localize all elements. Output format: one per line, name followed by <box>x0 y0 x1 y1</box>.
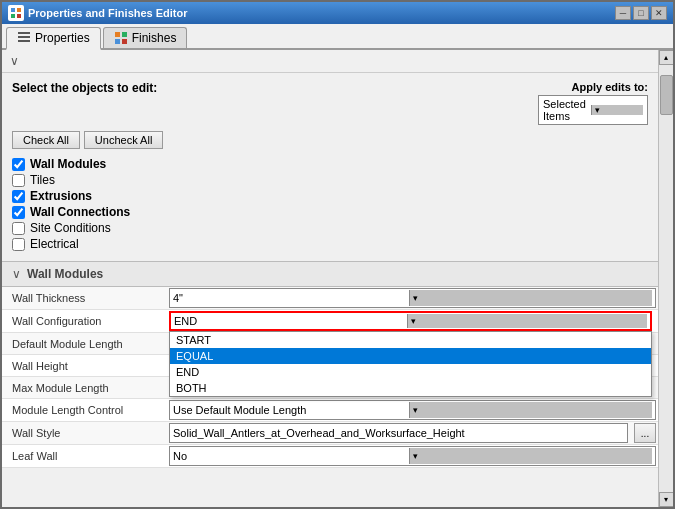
apply-edits-value: Selected Items <box>543 98 589 122</box>
svg-rect-4 <box>18 32 30 34</box>
prop-row-wall_style: Wall StyleSolid_Wall_Antlers_at_Overhead… <box>2 422 658 445</box>
properties-icon <box>17 31 31 45</box>
prop-row-wall_configuration: Wall ConfigurationEND▾STARTEQUALENDBOTH <box>2 310 658 333</box>
prop-value-cell-wall_configuration: END▾STARTEQUALENDBOTH <box>167 310 658 332</box>
svg-rect-10 <box>122 39 127 44</box>
wall-modules-collapse-icon: ∨ <box>12 267 21 281</box>
prop-dropdown-arrow-wall_thickness: ▾ <box>409 290 652 306</box>
maximize-button[interactable]: □ <box>633 6 649 20</box>
title-bar: Properties and Finishes Editor ─ □ ✕ <box>2 2 673 24</box>
prop-dropdown-leaf_wall[interactable]: No▾ <box>169 446 656 466</box>
check-all-button[interactable]: Check All <box>12 131 80 149</box>
prop-value-cell-module_length_control: Use Default Module Length▾ <box>167 399 658 421</box>
properties-grid: Wall Thickness4"▾Wall ConfigurationEND▾S… <box>2 287 658 468</box>
prop-label-wall_configuration: Wall Configuration <box>2 313 167 329</box>
prop-row-wall_thickness: Wall Thickness4"▾ <box>2 287 658 310</box>
checkbox-tiles[interactable] <box>12 174 25 187</box>
prop-value-cell-leaf_wall: No▾ <box>167 445 658 467</box>
checkbox-label-wall_connections: Wall Connections <box>30 205 130 219</box>
checkbox-item-extrusions: Extrusions <box>12 189 648 203</box>
checkbox-wall_connections[interactable] <box>12 206 25 219</box>
scrollbar-thumb[interactable] <box>660 75 673 115</box>
apply-edits-label: Apply edits to: <box>572 81 648 93</box>
prop-dropdown-wall_thickness[interactable]: 4"▾ <box>169 288 656 308</box>
prop-dropdown-value-wall_thickness: 4" <box>173 292 409 304</box>
svg-rect-9 <box>115 39 120 44</box>
select-objects-label: Select the objects to edit: <box>12 81 157 95</box>
checkbox-item-site_conditions: Site Conditions <box>12 221 648 235</box>
prop-label-wall_height: Wall Height <box>2 358 167 374</box>
wall-modules-section-header[interactable]: ∨ Wall Modules <box>2 262 658 287</box>
finishes-tab-label: Finishes <box>132 31 177 45</box>
svg-rect-2 <box>11 14 15 18</box>
dropdown-option-both[interactable]: BOTH <box>170 380 651 396</box>
minimize-button[interactable]: ─ <box>615 6 631 20</box>
dropdown-list-wall_configuration: STARTEQUALENDBOTH <box>169 331 652 397</box>
prop-dropdown-wall_configuration[interactable]: END▾ <box>169 311 652 331</box>
checkbox-wall_modules[interactable] <box>12 158 25 171</box>
prop-dropdown-value-wall_style: Solid_Wall_Antlers_at_Overhead_and_Works… <box>173 427 624 439</box>
apply-edits-group: Apply edits to: Selected Items ▾ <box>538 81 648 125</box>
apply-edits-dropdown[interactable]: Selected Items ▾ <box>538 95 648 125</box>
tab-properties[interactable]: Properties <box>6 27 101 50</box>
title-bar-left: Properties and Finishes Editor <box>8 5 188 21</box>
select-objects-section: Select the objects to edit: Apply edits … <box>2 73 658 262</box>
tab-finishes[interactable]: Finishes <box>103 27 188 48</box>
prop-dropdown-arrow-wall_configuration: ▾ <box>407 314 647 328</box>
prop-dropdown-module_length_control[interactable]: Use Default Module Length▾ <box>169 400 656 420</box>
select-objects-header: Select the objects to edit: Apply edits … <box>12 81 648 125</box>
wall-modules-title: Wall Modules <box>27 267 103 281</box>
scrollbar-up-button[interactable]: ▴ <box>659 50 674 65</box>
prop-label-module_length_control: Module Length Control <box>2 402 167 418</box>
window-title: Properties and Finishes Editor <box>28 7 188 19</box>
checkbox-label-electrical: Electrical <box>30 237 79 251</box>
svg-rect-7 <box>115 32 120 37</box>
apply-edits-arrow-icon: ▾ <box>591 105 644 115</box>
svg-rect-1 <box>17 8 21 12</box>
svg-rect-6 <box>18 40 30 42</box>
prop-value-cell-wall_style: Solid_Wall_Antlers_at_Overhead_and_Works… <box>167 422 658 444</box>
prop-label-default_module_length: Default Module Length <box>2 336 167 352</box>
close-button[interactable]: ✕ <box>651 6 667 20</box>
prop-label-leaf_wall: Leaf Wall <box>2 448 167 464</box>
prop-dropdown-value-wall_configuration: END <box>174 315 407 327</box>
finishes-icon <box>114 31 128 45</box>
checkbox-label-wall_modules: Wall Modules <box>30 157 106 171</box>
properties-tab-label: Properties <box>35 31 90 45</box>
checkbox-electrical[interactable] <box>12 238 25 251</box>
scroll-area: ∨ Select the objects to edit: Apply edit… <box>2 50 658 507</box>
svg-rect-0 <box>11 8 15 12</box>
scrollbar-down-button[interactable]: ▾ <box>659 492 674 507</box>
uncheck-all-button[interactable]: Uncheck All <box>84 131 163 149</box>
title-bar-controls: ─ □ ✕ <box>615 6 667 20</box>
checkbox-item-tiles: Tiles <box>12 173 648 187</box>
prop-dropdown-wall_style[interactable]: Solid_Wall_Antlers_at_Overhead_and_Works… <box>169 423 628 443</box>
checkbox-label-tiles: Tiles <box>30 173 55 187</box>
svg-rect-3 <box>17 14 21 18</box>
dropdown-container-wall_configuration: END▾STARTEQUALENDBOTH <box>169 311 652 331</box>
prop-ellipsis-btn-wall_style[interactable]: ... <box>634 423 656 443</box>
checkbox-item-wall_connections: Wall Connections <box>12 205 648 219</box>
prop-label-max_module_length: Max Module Length <box>2 380 167 396</box>
prop-value-with-btn-wall_style: Solid_Wall_Antlers_at_Overhead_and_Works… <box>169 423 656 443</box>
tab-bar: Properties Finishes <box>2 24 673 50</box>
dropdown-option-end[interactable]: END <box>170 364 651 380</box>
dropdown-option-start[interactable]: START <box>170 332 651 348</box>
checkbox-site_conditions[interactable] <box>12 222 25 235</box>
scrollbar-track <box>659 65 674 492</box>
prop-value-cell-wall_thickness: 4"▾ <box>167 287 658 309</box>
app-icon <box>8 5 24 21</box>
prop-label-wall_style: Wall Style <box>2 425 167 441</box>
dropdown-option-equal[interactable]: EQUAL <box>170 348 651 364</box>
collapse-arrow-row[interactable]: ∨ <box>2 50 658 73</box>
prop-dropdown-value-module_length_control: Use Default Module Length <box>173 404 409 416</box>
checkbox-extrusions[interactable] <box>12 190 25 203</box>
checkboxes-container: Wall ModulesTilesExtrusionsWall Connecti… <box>12 157 648 251</box>
main-window: Properties and Finishes Editor ─ □ ✕ Pro… <box>0 0 675 509</box>
checkbox-item-electrical: Electrical <box>12 237 648 251</box>
prop-dropdown-arrow-module_length_control: ▾ <box>409 402 652 418</box>
checkbox-item-wall_modules: Wall Modules <box>12 157 648 171</box>
checkbox-label-site_conditions: Site Conditions <box>30 221 111 235</box>
svg-rect-5 <box>18 36 30 38</box>
main-area: ∨ Select the objects to edit: Apply edit… <box>2 50 673 507</box>
